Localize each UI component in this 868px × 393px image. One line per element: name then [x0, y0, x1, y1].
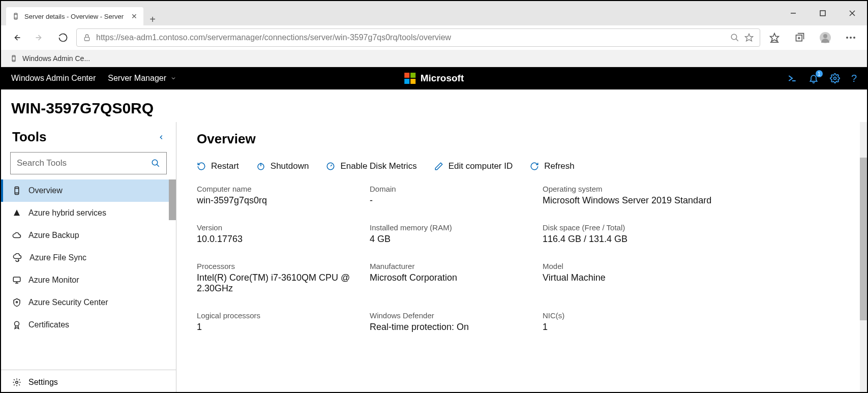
- new-tab-button[interactable]: +: [143, 14, 162, 25]
- svg-line-42: [331, 165, 332, 166]
- field-processors: ProcessorsIntel(R) Core(TM) i7-3610QM CP…: [197, 262, 370, 294]
- field-label: Processors: [197, 262, 370, 270]
- bookmark-item[interactable]: Windows Admin Ce...: [22, 54, 90, 63]
- more-button[interactable]: [840, 27, 862, 48]
- tools-title: Tools: [12, 129, 46, 145]
- window-maximize[interactable]: [808, 1, 837, 25]
- tab-icon: [12, 13, 19, 20]
- help-icon[interactable]: ?: [851, 73, 857, 84]
- zoom-icon[interactable]: [730, 33, 739, 42]
- svg-point-36: [16, 301, 18, 303]
- main-content: Overview Restart Shutdown Enable Disk Me…: [176, 122, 867, 393]
- search-placeholder: Search Tools: [17, 158, 67, 168]
- window-close[interactable]: [837, 1, 867, 25]
- field-value: Virtual Machine: [543, 273, 715, 283]
- field-label: Logical processors: [197, 311, 370, 320]
- restart-icon: [197, 162, 206, 171]
- search-tools-input[interactable]: Search Tools: [10, 152, 167, 174]
- field-model: ModelVirtual Machine: [543, 262, 715, 294]
- gauge-icon: [326, 162, 335, 171]
- refresh-icon: [530, 162, 539, 171]
- notifications-icon[interactable]: 1: [809, 73, 819, 83]
- field-domain: Domain-: [370, 185, 543, 206]
- tool-azure-filesync[interactable]: Azure File Sync: [1, 247, 176, 269]
- forward-button[interactable]: [29, 27, 50, 48]
- shield-icon: [12, 298, 21, 307]
- field-value: 1: [543, 322, 715, 332]
- tool-label: Overview: [28, 186, 63, 195]
- field-label: Version: [197, 223, 370, 232]
- settings-icon[interactable]: [830, 73, 840, 83]
- refresh-action-button[interactable]: Refresh: [530, 161, 575, 171]
- field-version: Version10.0.17763: [197, 223, 370, 245]
- field-value: Real-time protection: On: [370, 322, 543, 332]
- svg-rect-23: [12, 55, 15, 62]
- field-os: Operating systemMicrosoft Windows Server…: [543, 185, 715, 206]
- field-value: -: [370, 195, 543, 206]
- svg-point-20: [846, 37, 848, 39]
- tool-azure-monitor[interactable]: Azure Monitor: [1, 269, 176, 291]
- wac-brand[interactable]: Windows Admin Center: [11, 74, 96, 83]
- tool-azure-backup[interactable]: Azure Backup: [1, 224, 176, 247]
- collections-button[interactable]: [789, 27, 811, 48]
- field-label: NIC(s): [543, 311, 715, 320]
- field-value: Microsoft Corporation: [370, 273, 543, 283]
- chevron-down-icon: [170, 75, 176, 81]
- field-value: Intel(R) Core(TM) i7-3610QM CPU @ 2.30GH…: [197, 273, 370, 294]
- field-label: Domain: [370, 185, 543, 193]
- field-value: 10.0.17763: [197, 234, 370, 245]
- profile-button[interactable]: [814, 27, 836, 48]
- azure-icon: [12, 208, 21, 218]
- wac-header: Windows Admin Center Server Manager Micr…: [1, 67, 867, 89]
- tool-label: Certificates: [28, 320, 69, 329]
- field-disk: Disk space (Free / Total)116.4 GB / 131.…: [543, 223, 715, 245]
- back-button[interactable]: [6, 27, 26, 48]
- restart-button[interactable]: Restart: [197, 161, 239, 171]
- svg-point-37: [15, 321, 19, 326]
- powershell-icon[interactable]: [787, 73, 797, 83]
- page-title: Overview: [197, 131, 847, 147]
- gear-icon: [12, 378, 21, 387]
- cloud-icon: [12, 231, 21, 240]
- svg-rect-4: [820, 11, 825, 16]
- favorite-icon[interactable]: [744, 33, 754, 42]
- tool-azure-hybrid[interactable]: Azure hybrid services: [1, 202, 176, 224]
- edit-id-button[interactable]: Edit computer ID: [434, 161, 513, 171]
- tool-azure-security[interactable]: Azure Security Center: [1, 291, 176, 314]
- main-scrollbar-thumb[interactable]: [860, 158, 867, 320]
- settings-link[interactable]: Settings: [1, 370, 176, 393]
- solution-dropdown[interactable]: Server Manager: [108, 74, 176, 83]
- address-input[interactable]: https://sea-adm1.contoso.com/servermanag…: [76, 28, 760, 47]
- tab-title: Server details - Overview - Server: [24, 13, 124, 20]
- microsoft-logo: Microsoft: [404, 73, 464, 84]
- refresh-button[interactable]: [53, 27, 73, 48]
- close-tab-icon[interactable]: ✕: [131, 12, 137, 20]
- disk-metrics-button[interactable]: Enable Disk Metrics: [326, 161, 416, 171]
- window-minimize[interactable]: [779, 1, 808, 25]
- browser-tab[interactable]: Server details - Overview - Server ✕: [6, 7, 143, 25]
- favorites-button[interactable]: [763, 27, 786, 48]
- shutdown-button[interactable]: Shutdown: [256, 161, 309, 171]
- svg-rect-9: [84, 37, 89, 41]
- tool-overview[interactable]: Overview: [1, 179, 176, 202]
- tool-label: Azure Security Center: [28, 298, 108, 307]
- action-bar: Restart Shutdown Enable Disk Metrics Edi…: [197, 161, 847, 171]
- svg-rect-33: [13, 277, 20, 282]
- field-label: Computer name: [197, 185, 370, 193]
- svg-point-28: [152, 160, 158, 165]
- lock-icon: [83, 34, 91, 42]
- field-label: Installed memory (RAM): [370, 223, 543, 232]
- collapse-sidebar-icon[interactable]: [158, 134, 165, 141]
- titlebar: Server details - Overview - Server ✕ +: [1, 1, 867, 25]
- sidebar-scrollbar[interactable]: [169, 179, 176, 220]
- tool-certificates[interactable]: Certificates: [1, 314, 176, 336]
- field-value: Microsoft Windows Server 2019 Standard: [543, 195, 715, 206]
- svg-point-38: [16, 381, 18, 383]
- tools-sidebar: Tools Search Tools Overview Azure hybrid…: [1, 122, 176, 393]
- tool-label: Azure File Sync: [29, 253, 86, 262]
- field-label: Disk space (Free / Total): [543, 223, 715, 232]
- action-label: Refresh: [544, 161, 575, 171]
- field-logical-processors: Logical processors1: [197, 311, 370, 332]
- action-label: Shutdown: [271, 161, 309, 171]
- svg-point-27: [833, 77, 836, 80]
